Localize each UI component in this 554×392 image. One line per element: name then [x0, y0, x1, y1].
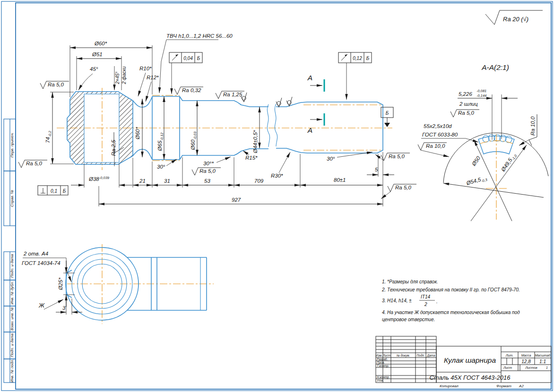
ra-flag: Ra 5,0: [389, 153, 405, 159]
dim-spline-width-lower: -0,144: [476, 94, 486, 98]
general-roughness-value: Ra 20 (√): [503, 16, 528, 23]
perp-datum: Б: [63, 188, 66, 194]
datum-triangle-icon: [384, 123, 390, 127]
perp-value: 0,1: [51, 188, 57, 194]
technical-notes: 1. *Размеры для справок. 2. Технические …: [381, 279, 520, 322]
section-letter-top: А: [307, 74, 312, 82]
sheet-label: Лист: [503, 366, 512, 369]
frame-label-podp-data-1: Подп. и дата: [10, 254, 14, 278]
dim-spline-width-upper: -0,081: [476, 89, 486, 93]
runout-frame-2: 0,12 Б: [338, 52, 372, 100]
dim-chamfer-b: 2 фаски: [121, 66, 127, 85]
holes-note-2: ГОСТ 14034-74: [22, 260, 61, 266]
col-izm: Изм.: [376, 354, 382, 357]
dim-dia25: Ø25*: [58, 277, 63, 290]
format-label: Формат: [496, 384, 511, 388]
dim-dia65: Ø65-0,12: [157, 132, 164, 152]
note-1: 1. *Размеры для справок.: [382, 279, 438, 284]
perpendicularity-frame: 0,1 Б: [38, 186, 68, 195]
format-value: А2: [519, 384, 524, 388]
section-view: А-А(2:1) Ø54,5-0,3 Ø50 Ø49,5-1,0 5,226 -…: [418, 63, 548, 221]
runout1-value: 0,04: [183, 56, 193, 61]
bottom-view: 2 отв. А4 ГОСТ 14034-74 Ø25* 3 Ж: [22, 244, 214, 324]
frame-label-inv-dubl: Инв. № дубл.: [10, 281, 14, 304]
scale-value: 1:1: [539, 359, 546, 364]
note-3-suffix: .: [436, 299, 438, 304]
dim-dia545: Ø54,5-0,3: [465, 175, 488, 187]
dim-dia60-top: Ø60*: [94, 41, 107, 46]
dim-927: 927: [232, 197, 241, 203]
engineering-drawing: Перв. примен. Справ. № Подп. и дата Инв.…: [0, 0, 554, 392]
dim-dia51: Ø51: [92, 51, 103, 57]
dim-r15: R15*: [245, 155, 258, 161]
col-date: Дата: [426, 354, 435, 358]
dim-spline-width: 5,226: [459, 91, 472, 97]
dim-angle45: 45°: [90, 66, 98, 72]
dim-30-3: 30°: [327, 156, 335, 162]
note-3: 3. H14, h14, ±: [382, 298, 412, 303]
section-cut-marks: А А: [307, 74, 324, 134]
dim-30-2: 30°*: [203, 161, 214, 166]
ra-flag: Ra 10,0: [426, 143, 445, 149]
dim-709: 709: [254, 178, 264, 184]
frame-label-sprav: Справ. №: [10, 189, 14, 207]
dim-30-1: 30°: [157, 164, 165, 170]
runout2-datum: Б: [366, 56, 370, 61]
runout-icon: [345, 54, 347, 57]
dim-chamfer-a: 2×45°: [115, 71, 120, 85]
dim-r12: R12*: [147, 75, 159, 80]
sheets-value: 1: [546, 366, 548, 369]
holes-note-1: 2 отв. А4: [23, 251, 48, 256]
frame-label-podp-data-2: Подп. и дата: [10, 333, 14, 357]
row-utv: Утв.: [376, 379, 384, 382]
section-letter-bottom: А: [307, 126, 312, 134]
note-2: 2. Технические требования на поковку II …: [381, 287, 520, 292]
runout1-datum: Б: [197, 56, 200, 61]
title-block: Изм. Лист № докум. Подп. Дата Разраб. Пр…: [376, 336, 551, 388]
dim-21: 21: [139, 178, 146, 184]
ra-flag: Ra 1,25: [223, 92, 242, 97]
dim-dia60-neck: Ø60*: [135, 127, 140, 140]
section-title: А-А(2:1): [481, 63, 509, 71]
runout-icon: [175, 54, 178, 57]
mass-value: 12,8: [521, 359, 531, 364]
ra-flag: Ra 5,0: [458, 110, 474, 116]
col-sign: Подп.: [416, 354, 424, 357]
note-4a: 4. На участке Ж допускается технологичес…: [382, 310, 520, 315]
material: Сталь 45Х ГОСТ 4643-2016: [429, 374, 511, 381]
scale-label: Масштаб: [535, 354, 551, 357]
note-3-denominator: 2: [424, 302, 427, 307]
hardening-text: ТВЧ h1,0...1,2 HRC 56...60: [166, 33, 233, 39]
frame-label-vzam-inv: Взам. инв. №: [10, 307, 14, 331]
sheets-label: Листов: [525, 366, 537, 369]
dim-dia50: Ø50: [470, 155, 481, 167]
dim-31: 31: [164, 178, 170, 184]
part-title: Кулак шарнира: [444, 356, 496, 364]
ra-flag: Ra 10,0: [530, 116, 536, 136]
dim-dia495: Ø49,5-1,0: [500, 152, 518, 173]
datum-letter: Б: [386, 111, 389, 116]
spline-spec-1: 55x2,5x10d: [424, 123, 452, 129]
frame-label-perv-primen: Перв. примен.: [10, 132, 14, 157]
dim-dia60s: Ø60-0,03: [190, 131, 197, 151]
spline-count: 2 шлиц: [459, 101, 478, 107]
lit-label: Лит.: [505, 354, 513, 357]
dim-53: 53: [204, 178, 210, 184]
dim-5: 5: [375, 167, 378, 172]
drawing-page: Перв. примен. Справ. № Подп. и дата Инв.…: [0, 0, 554, 392]
mass-label: Масса: [521, 354, 531, 357]
note-3-numerator: IT14: [421, 294, 430, 299]
col-list: Лист: [382, 354, 391, 357]
zone-letter: Ж: [38, 302, 45, 309]
ra-flag: Ra 0,32: [182, 87, 201, 93]
row-tcontr: Т.контр.: [377, 364, 389, 368]
ra-flag: Ra 5,0: [199, 168, 216, 174]
note-4b: центровое отверстие.: [382, 317, 435, 322]
runout2-value: 0,12: [353, 56, 362, 61]
main-view-dimensions: Ø60* Ø51 45° 2×45° 2 фаски R10* R12* 74-…: [45, 41, 394, 206]
ra-flag: Ra 2,5: [111, 140, 116, 156]
ra-flag: Ra 5,0: [395, 185, 411, 190]
dim-r30: R30*: [271, 173, 283, 179]
center-lines: [57, 88, 392, 170]
dim-dia44: Ø44±0,5*: [252, 130, 258, 153]
